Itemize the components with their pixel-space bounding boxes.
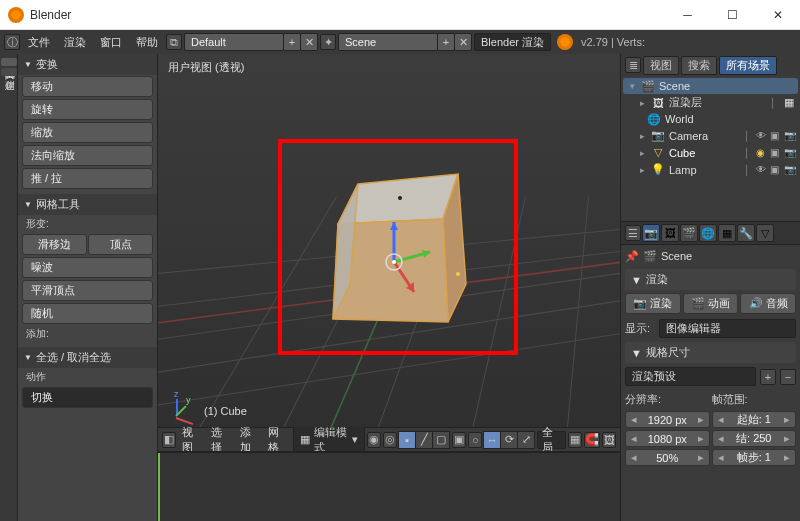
layout-del-button[interactable]: ✕ bbox=[300, 33, 318, 51]
tool-smooth-vertex[interactable]: 平滑顶点 bbox=[22, 280, 153, 301]
scene-del-button[interactable]: ✕ bbox=[454, 33, 472, 51]
res-y-field[interactable]: ◂1080 px▸ bbox=[625, 430, 710, 447]
props-tab-modifier[interactable]: 🔧 bbox=[737, 224, 755, 242]
outliner-filter-all[interactable]: 所有场景 bbox=[719, 56, 777, 75]
eye-icon[interactable]: 👁 bbox=[756, 164, 768, 176]
props-tab-world[interactable]: 🌐 bbox=[699, 224, 717, 242]
outliner-camera[interactable]: ▸ 📷 Camera｜ 👁▣📷 bbox=[621, 127, 800, 144]
render-vis-icon[interactable]: 📷 bbox=[784, 130, 796, 142]
pin-icon[interactable]: 📌 bbox=[625, 250, 639, 263]
window-minimize-button[interactable]: ─ bbox=[665, 0, 710, 30]
scene-add-button[interactable]: + bbox=[437, 33, 455, 51]
outliner-editor-icon[interactable]: ≣ bbox=[625, 57, 641, 73]
window-close-button[interactable]: ✕ bbox=[755, 0, 800, 30]
props-editor-icon[interactable]: ☰ bbox=[625, 225, 641, 241]
action-value-dropdown[interactable]: 切换 bbox=[22, 387, 153, 408]
viewport-shading-icon[interactable]: ◉ bbox=[367, 432, 381, 448]
layers-icon[interactable]: ▦ bbox=[568, 432, 582, 448]
menu-render[interactable]: 渲染 bbox=[58, 33, 92, 52]
manipulator-toggle[interactable]: ↔ ⟳ ⤢ bbox=[484, 431, 535, 449]
orientation-dropdown[interactable]: 全局 bbox=[537, 431, 566, 449]
frame-step-field[interactable]: ◂帧步: 1▸ bbox=[712, 449, 797, 466]
display-dropdown[interactable]: 图像编辑器 bbox=[659, 319, 796, 338]
vertex-select-icon[interactable]: ▪ bbox=[398, 431, 416, 449]
tab-create[interactable]: 创建 bbox=[1, 68, 17, 76]
menu-help[interactable]: 帮助 bbox=[130, 33, 164, 52]
edge-select-icon[interactable]: ╱ bbox=[415, 431, 433, 449]
menu-window[interactable]: 窗口 bbox=[94, 33, 128, 52]
render-preview-icon[interactable]: 🖼 bbox=[602, 432, 616, 448]
tool-translate[interactable]: 移动 bbox=[22, 76, 153, 97]
tool-rotate[interactable]: 旋转 bbox=[22, 99, 153, 120]
res-pct-field[interactable]: ◂50%▸ bbox=[625, 449, 710, 466]
frame-end-field[interactable]: ◂结: 250▸ bbox=[712, 430, 797, 447]
anim-button[interactable]: 🎬动画 bbox=[683, 293, 739, 314]
outliner[interactable]: ▾ 🎬 Scene ▸ 🖼 渲染层｜ ▦ 🌐 World ▸ 📷 Camera｜… bbox=[621, 76, 800, 221]
eye-icon[interactable]: 👁 bbox=[756, 130, 768, 142]
screen-layout-dropdown[interactable]: Default + ✕ bbox=[184, 33, 318, 51]
tool-vertex[interactable]: 顶点 bbox=[88, 234, 153, 255]
render-vis-icon[interactable]: 📷 bbox=[784, 147, 796, 159]
prop-edit-icon[interactable]: ○ bbox=[468, 432, 482, 448]
svg-point-24 bbox=[392, 260, 396, 264]
render-preset-dropdown[interactable]: 渲染预设 bbox=[625, 367, 756, 386]
tool-randomize[interactable]: 随机 bbox=[22, 303, 153, 324]
cursor-icon[interactable]: ▣ bbox=[770, 130, 782, 142]
audio-button[interactable]: 🔊音频 bbox=[740, 293, 796, 314]
layout-add-button[interactable]: + bbox=[283, 33, 301, 51]
tool-edge-slide[interactable]: 滑移边 bbox=[22, 234, 87, 255]
mesh-tools-panel-header[interactable]: ▼网格工具 bbox=[18, 194, 157, 215]
render-vis-icon[interactable]: 📷 bbox=[784, 164, 796, 176]
select-all-panel-header[interactable]: ▼全选 / 取消全选 bbox=[18, 347, 157, 368]
outliner-scene[interactable]: ▾ 🎬 Scene bbox=[623, 78, 798, 94]
window-maximize-button[interactable]: ☐ bbox=[710, 0, 755, 30]
cube-mesh[interactable] bbox=[298, 144, 498, 344]
eye-icon[interactable]: ◉ bbox=[756, 147, 768, 159]
props-tab-scene[interactable]: 🎬 bbox=[680, 224, 698, 242]
outliner-renderlayers[interactable]: ▸ 🖼 渲染层｜ ▦ bbox=[621, 94, 800, 111]
timeline-cursor[interactable] bbox=[158, 453, 160, 521]
timeline-track[interactable] bbox=[158, 452, 620, 521]
tool-push-pull[interactable]: 推 / 拉 bbox=[22, 168, 153, 189]
timeline-editor[interactable] bbox=[158, 451, 620, 521]
manipulator-scale-icon[interactable]: ⤢ bbox=[517, 431, 535, 449]
scene-browse-icon[interactable]: ✦ bbox=[320, 34, 336, 50]
props-tab-data[interactable]: ▽ bbox=[756, 224, 774, 242]
outliner-filter-search[interactable]: 搜索 bbox=[681, 56, 717, 75]
outliner-filter-view[interactable]: 视图 bbox=[643, 56, 679, 75]
snap-icon[interactable]: 🧲 bbox=[584, 432, 600, 448]
limit-visible-icon[interactable]: ▣ bbox=[452, 432, 466, 448]
dimensions-panel-header[interactable]: ▼规格尺寸 bbox=[625, 342, 796, 363]
select-mode-toggle[interactable]: ▪ ╱ ▢ bbox=[399, 431, 450, 449]
outliner-lamp[interactable]: ▸ 💡 Lamp｜ 👁▣📷 bbox=[621, 161, 800, 178]
editor-type-3d-icon[interactable]: ◧ bbox=[162, 432, 176, 448]
frame-start-field[interactable]: ◂起始: 1▸ bbox=[712, 411, 797, 428]
tool-noise[interactable]: 噪波 bbox=[22, 257, 153, 278]
props-tab-layers[interactable]: 🖼 bbox=[661, 224, 679, 242]
res-x-field[interactable]: ◂1920 px▸ bbox=[625, 411, 710, 428]
preset-add-icon[interactable]: + bbox=[760, 369, 776, 385]
props-tab-object[interactable]: ▦ bbox=[718, 224, 736, 242]
3d-viewport[interactable]: 用户视图 (透视) bbox=[158, 54, 620, 427]
tool-scale[interactable]: 缩放 bbox=[22, 122, 153, 143]
back-to-prev-icon[interactable]: ⧉ bbox=[166, 34, 182, 50]
tab-tools[interactable]: 工具 bbox=[1, 58, 17, 66]
cursor-icon[interactable]: ▣ bbox=[770, 164, 782, 176]
render-engine-dropdown[interactable]: Blender 渲染 bbox=[474, 33, 551, 51]
cursor-icon[interactable]: ▣ bbox=[770, 147, 782, 159]
tool-shrink-fatten[interactable]: 法向缩放 bbox=[22, 145, 153, 166]
preset-del-icon[interactable]: − bbox=[780, 369, 796, 385]
transform-panel-header[interactable]: ▼变换 bbox=[18, 54, 157, 75]
outliner-world[interactable]: 🌐 World bbox=[621, 111, 800, 127]
face-select-icon[interactable]: ▢ bbox=[432, 431, 450, 449]
menu-file[interactable]: 文件 bbox=[22, 33, 56, 52]
pivot-icon[interactable]: ◎ bbox=[383, 432, 397, 448]
render-panel-header[interactable]: ▼渲染 bbox=[625, 269, 796, 290]
scene-dropdown[interactable]: Scene + ✕ bbox=[338, 33, 472, 51]
render-button[interactable]: 📷渲染 bbox=[625, 293, 681, 314]
props-tab-render[interactable]: 📷 bbox=[642, 224, 660, 242]
editor-type-icon[interactable]: ⓘ bbox=[4, 34, 20, 50]
manipulator-translate-icon[interactable]: ↔ bbox=[483, 431, 501, 449]
manipulator-rotate-icon[interactable]: ⟳ bbox=[500, 431, 518, 449]
outliner-cube[interactable]: ▸ ▽ Cube｜ ◉▣📷 bbox=[621, 144, 800, 161]
